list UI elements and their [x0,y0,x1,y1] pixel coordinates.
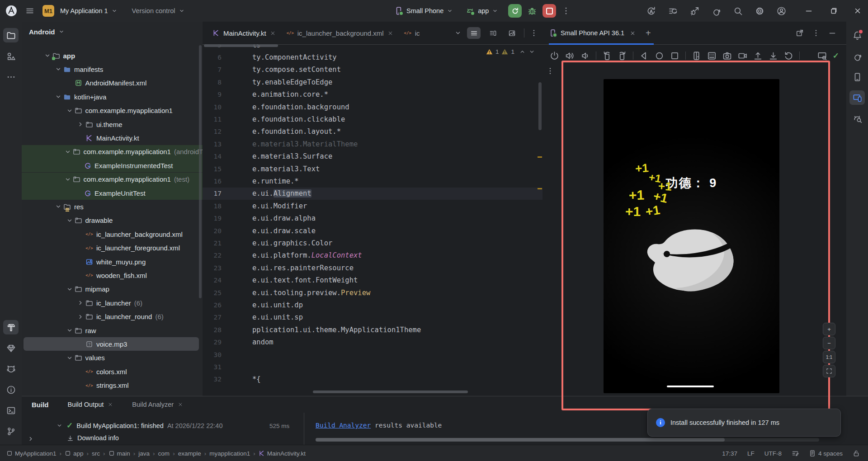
breadcrumb-com[interactable]: com [158,450,170,457]
design-view-button[interactable] [505,27,519,39]
wooden-fish-image[interactable] [643,220,740,296]
editor-tab-ic_launcher_background.xml[interactable]: </>ic_launcher_background.xml [281,22,399,44]
zoom-reset-button[interactable]: 1:1 [823,351,835,363]
tree-row-app[interactable]: app [24,49,199,62]
breadcrumb-example[interactable]: example [178,450,201,457]
tree-row-AndroidManifest.xml[interactable]: AndroidManifest.xml [24,76,199,90]
tool-strip-notifications[interactable] [849,28,865,42]
overview-icon[interactable] [670,51,679,61]
next-problem-icon[interactable] [528,48,535,55]
tool-strip-gradle[interactable] [849,49,865,63]
close-icon[interactable] [108,402,113,407]
fold-device-icon[interactable] [692,51,701,61]
editor-tab-ic[interactable]: </>ic [399,22,425,44]
tool-strip-gemini[interactable] [3,341,19,355]
project-scrollbar[interactable] [199,45,202,298]
tool-strip-more-tool-windows[interactable] [3,70,19,84]
build-tab-Build Output[interactable]: Build Output [68,401,113,408]
settings-icon[interactable] [755,6,764,16]
tree-row-kotlin+java[interactable]: kotlin+java [24,90,199,103]
previous-problem-icon[interactable] [519,48,526,55]
editor-vscrollbar[interactable] [538,82,542,130]
hidden-tabs-chevron-icon[interactable] [454,29,462,37]
rotate-left-icon[interactable] [602,51,612,61]
display-mode-icon[interactable] [817,51,827,61]
chevron-right-icon[interactable] [77,313,84,320]
stop-button[interactable] [542,4,556,18]
indent-size-widget[interactable]: 4 spaces [809,450,843,457]
debug-button[interactable] [527,6,537,16]
screen-record-icon[interactable] [738,51,747,61]
hide-panel-icon[interactable] [828,29,836,37]
close-icon[interactable] [270,30,276,36]
tool-strip-terminal[interactable] [3,403,19,418]
chevron-down-icon[interactable] [44,52,51,59]
apply-changes-icon[interactable] [646,6,656,16]
download-icon[interactable] [769,51,778,61]
close-icon[interactable] [387,30,393,36]
main-menu-icon[interactable] [25,6,34,15]
home-icon[interactable] [655,51,664,61]
chevron-down-icon[interactable] [55,93,62,100]
window-close-button[interactable] [854,7,862,15]
tree-row-MainActivity.kt[interactable]: MainActivity.kt [24,131,199,145]
profiler-icon[interactable] [668,6,678,16]
more-actions-icon[interactable] [561,6,571,15]
volume-up-icon[interactable] [565,51,575,61]
chevron-down-icon[interactable] [64,148,71,155]
build-analyzer-link[interactable]: Build Analyzer [316,422,371,429]
tree-row-ic_launcher_round[interactable]: ic_launcher_round(6) [24,310,199,324]
notification-toast[interactable]: i Install successfully finished in 127 m… [647,409,841,437]
console-hscrollbar[interactable] [316,438,819,442]
chevron-down-icon[interactable] [55,203,62,210]
zoom-out-button[interactable]: − [823,337,835,349]
device-selector[interactable]: Small Phone [394,6,453,15]
inspection-widget[interactable]: 1 1 [486,48,535,55]
breadcrumb-main[interactable]: main [108,450,130,457]
window-minimize-button[interactable] [805,7,813,15]
chevron-down-icon[interactable] [66,354,73,362]
device-panel-options-icon[interactable] [812,29,820,37]
power-icon[interactable] [550,51,559,61]
tool-strip-running-devices[interactable] [849,90,865,105]
build-status-row[interactable]: ✓ Build MyApplication1: finished At 2026… [56,421,222,430]
split-view-button[interactable] [486,27,500,39]
tree-row-ui.theme[interactable]: ui.theme [24,118,199,131]
tree-row-com.example.myapplication1[interactable]: com.example.myapplication1(androidTest) [22,145,203,159]
build-tab-Build Analyzer[interactable]: Build Analyzer [132,401,183,408]
breadcrumb-MyApplication1[interactable]: MyApplication1 [6,450,57,457]
tree-row-raw[interactable]: raw [24,324,199,337]
virtual-keyboard-icon[interactable] [707,51,717,61]
tree-row-strings.xml[interactable]: </>strings.xml [24,379,199,392]
upload-icon[interactable] [753,51,763,61]
editor-hscrollbar-top[interactable] [204,44,278,47]
window-restore-button[interactable] [829,7,837,15]
rotate-right-icon[interactable] [618,51,627,61]
tree-row-wooden_fish.xml[interactable]: </>wooden_fish.xml [24,268,199,282]
tree-row-mipmap[interactable]: mipmap [24,282,199,296]
readonly-toggle[interactable] [853,450,860,457]
zoom-fit-button[interactable] [823,365,835,377]
tree-row-ic_launcher_background.xml[interactable]: </>ic_launcher_background.xml [24,227,199,241]
breadcrumb-myapplication1[interactable]: myapplication1 [209,450,250,457]
back-icon[interactable] [639,51,649,61]
tree-row-com.example.myapplication1[interactable]: com.example.myapplication1(test) [22,173,203,186]
chevron-right-icon[interactable] [77,299,84,306]
screenshot-icon[interactable] [722,51,732,61]
chevron-down-icon[interactable] [66,286,73,293]
code-view-button[interactable] [467,27,481,39]
open-in-window-icon[interactable] [796,29,804,37]
line-separator-widget[interactable]: LF [747,450,755,457]
close-device-tab-icon[interactable] [630,30,636,36]
chevron-down-icon[interactable] [66,217,73,224]
tree-row-ic_launcher[interactable]: ic_launcher(6) [24,296,199,310]
tree-row-values[interactable]: values [24,351,199,365]
zoom-in-button[interactable]: + [823,323,835,335]
tree-row-ExampleUnitTest[interactable]: ExampleUnitTest [22,186,203,200]
tool-strip-app-quality-insights[interactable] [849,111,865,126]
chevron-down-icon[interactable] [64,176,71,183]
emulator-screen[interactable]: 功德： 9 +1+1+1+1+1+1+1 [604,79,779,393]
device-view-options-icon[interactable] [546,67,554,75]
tool-strip-resource-manager[interactable] [3,49,19,63]
tree-row-ExampleInstrumentedTest[interactable]: ExampleInstrumentedTest [22,159,203,172]
